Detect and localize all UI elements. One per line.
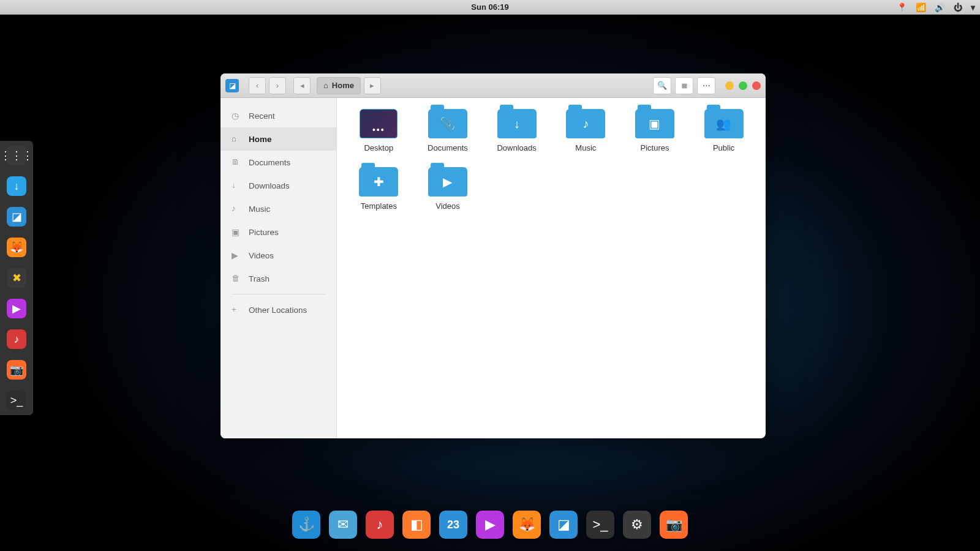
- folder-label: Documents: [428, 143, 468, 152]
- finder-icon[interactable]: ◪: [549, 511, 578, 539]
- sidebar-item-documents[interactable]: 🗎Documents: [221, 151, 336, 174]
- sidebar: ◷Recent⌂Home🗎Documents↓Downloads♪Music▣P…: [221, 98, 337, 438]
- minimize-button[interactable]: [725, 81, 734, 90]
- photos-icon[interactable]: ◧: [402, 511, 431, 539]
- sidebar-item-label: Downloads: [249, 181, 290, 190]
- terminal-icon[interactable]: >_: [586, 511, 614, 539]
- video-icon: ▶: [428, 167, 467, 197]
- calendar-icon[interactable]: 23: [439, 511, 467, 539]
- folder-videos[interactable]: ▶Videos: [418, 167, 478, 211]
- sidebar-item-pictures[interactable]: ▣Pictures: [221, 220, 336, 244]
- video-icon: ▶: [232, 250, 241, 260]
- sidebar-item-label: Documents: [249, 158, 290, 167]
- sidebar-item-music[interactable]: ♪Music: [221, 197, 336, 220]
- bottom-dock: ⚓✉♪◧23▶🦊◪>_⚙📷: [285, 506, 695, 544]
- clock-icon: ◷: [232, 111, 241, 121]
- firefox-icon[interactable]: 🦊: [513, 511, 541, 539]
- pic-icon: ▣: [635, 109, 674, 138]
- folder-label: Downloads: [497, 143, 536, 152]
- sidebar-item-label: Trash: [249, 274, 270, 283]
- folder-label: Music: [575, 143, 596, 152]
- desktop-icon: •••: [360, 110, 397, 138]
- folder-public[interactable]: 👥Public: [694, 109, 753, 152]
- folder-label: Public: [713, 143, 734, 152]
- close-button[interactable]: [752, 81, 761, 90]
- puzzle-icon: ✚: [359, 167, 398, 197]
- view-list-button[interactable]: ≣: [675, 77, 693, 94]
- nav-forward-button[interactable]: ›: [269, 77, 286, 94]
- music-icon: ♪: [232, 204, 241, 214]
- clock[interactable]: Sun 06:19: [471, 2, 508, 12]
- activities-icon[interactable]: ⋮⋮⋮: [7, 146, 26, 165]
- folder-documents[interactable]: 📎Documents: [418, 109, 478, 152]
- folder-music[interactable]: ♪Music: [556, 109, 616, 152]
- down-icon: ↓: [232, 181, 241, 190]
- sidebar-item-downloads[interactable]: ↓Downloads: [221, 174, 336, 197]
- terminal-icon[interactable]: >_: [7, 391, 26, 410]
- screenshot-icon[interactable]: 📷: [7, 360, 26, 380]
- folder-label: Templates: [361, 201, 397, 211]
- sidebar-item-label: Other Locations: [249, 305, 307, 315]
- window-controls: [725, 81, 761, 90]
- sidebar-item-label: Videos: [249, 251, 274, 260]
- screenshot-icon[interactable]: 📷: [660, 511, 688, 539]
- finder-icon[interactable]: ◪: [7, 207, 26, 227]
- home-icon: ⌂: [323, 81, 328, 90]
- media-player-icon[interactable]: ▶: [7, 299, 26, 318]
- doc-icon: 🗎: [232, 157, 241, 167]
- folder-label: Videos: [435, 201, 460, 211]
- maximize-button[interactable]: [739, 81, 747, 90]
- breadcrumb-label: Home: [332, 81, 354, 90]
- volume-icon[interactable]: 🔊: [935, 2, 945, 12]
- finder-icon: ◪: [225, 79, 239, 92]
- wifi-icon[interactable]: 📶: [916, 2, 926, 12]
- sidebar-item-recent[interactable]: ◷Recent: [221, 104, 336, 127]
- pic-icon: ▣: [232, 227, 241, 237]
- folder-downloads[interactable]: ↓Downloads: [487, 109, 546, 152]
- folder-templates[interactable]: ✚Templates: [349, 167, 409, 211]
- music-icon[interactable]: ♪: [366, 511, 394, 539]
- sidebar-item-home[interactable]: ⌂Home: [221, 127, 336, 151]
- trash-icon: 🗑: [232, 274, 241, 283]
- folder-pictures[interactable]: ▣Pictures: [625, 109, 685, 152]
- tool-icon[interactable]: ✖: [7, 268, 26, 288]
- firefox-icon[interactable]: 🦊: [7, 238, 26, 257]
- sidebar-item-videos[interactable]: ▶Videos: [221, 244, 336, 267]
- more-menu-button[interactable]: ⋯: [697, 77, 715, 94]
- file-manager-window: ◪ ‹ › ◂ ⌂ Home ▸ 🔍 ≣ ⋯ ◷Recent⌂Home🗎Docu…: [221, 73, 766, 438]
- path-forward-button[interactable]: ▸: [364, 77, 381, 94]
- down-icon: ↓: [497, 109, 537, 138]
- system-tray: 📍 📶 🔊 ⏻ ▾: [897, 2, 975, 12]
- folder-grid: •••Desktop📎Documents↓Downloads♪Music▣Pic…: [337, 98, 766, 438]
- mail-icon[interactable]: ✉: [329, 511, 357, 539]
- sidebar-item-other-locations[interactable]: +Other Locations: [221, 298, 336, 321]
- sidebar-item-trash[interactable]: 🗑Trash: [221, 267, 336, 290]
- nav-back-button[interactable]: ‹: [249, 77, 266, 94]
- sidebar-item-label: Recent: [249, 111, 275, 121]
- clip-icon: 📎: [428, 109, 467, 138]
- music-icon[interactable]: ♪: [7, 329, 26, 349]
- settings-icon[interactable]: ⚙: [623, 511, 651, 539]
- media-player-icon[interactable]: ▶: [476, 511, 504, 539]
- path-back-button[interactable]: ◂: [293, 77, 311, 94]
- sidebar-item-label: Music: [249, 204, 270, 214]
- search-button[interactable]: 🔍: [653, 77, 671, 94]
- people-icon: 👥: [704, 109, 744, 138]
- home-icon: ⌂: [232, 134, 241, 144]
- download-icon[interactable]: ↓: [7, 176, 26, 196]
- sidebar-item-label: Home: [249, 135, 272, 144]
- left-dash: ⋮⋮⋮↓◪🦊✖▶♪📷>_: [0, 141, 33, 415]
- menu-chevron-icon[interactable]: ▾: [971, 2, 975, 12]
- music-icon: ♪: [566, 109, 605, 138]
- plus-icon: +: [232, 305, 241, 315]
- location-icon[interactable]: 📍: [897, 2, 907, 12]
- title-bar[interactable]: ◪ ‹ › ◂ ⌂ Home ▸ 🔍 ≣ ⋯: [221, 73, 766, 98]
- breadcrumb-home[interactable]: ⌂ Home: [317, 77, 361, 94]
- power-icon[interactable]: ⏻: [954, 2, 962, 12]
- folder-label: Desktop: [364, 143, 393, 152]
- menu-bar: Sun 06:19 📍 📶 🔊 ⏻ ▾: [0, 0, 980, 15]
- anchor-icon[interactable]: ⚓: [292, 511, 320, 539]
- folder-label: Pictures: [641, 143, 669, 152]
- folder-desktop[interactable]: •••Desktop: [349, 109, 409, 152]
- sidebar-item-label: Pictures: [249, 228, 279, 237]
